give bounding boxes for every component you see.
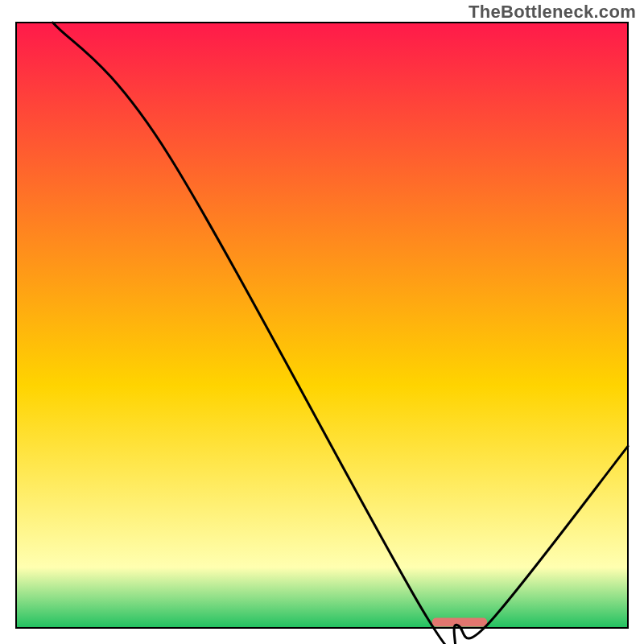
watermark-text: TheBottleneck.com (469, 2, 636, 23)
bottleneck-chart (0, 0, 644, 644)
gradient-background (16, 23, 628, 628)
chart-container: { "watermark": "TheBottleneck.com", "col… (0, 0, 644, 644)
